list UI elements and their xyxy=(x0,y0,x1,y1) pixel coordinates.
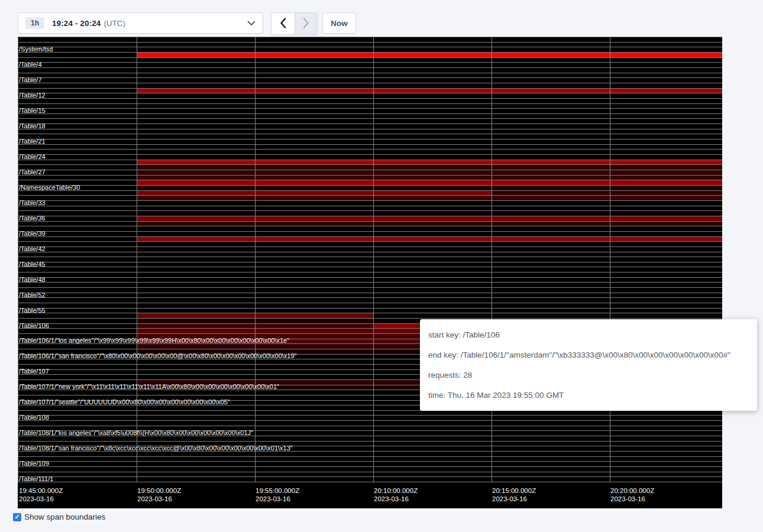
heatmap-hot-span[interactable] xyxy=(137,52,255,57)
heatmap-hot-span[interactable] xyxy=(255,221,373,226)
heatmap-hot-span[interactable] xyxy=(137,195,255,200)
heatmap-hot-span[interactable] xyxy=(255,318,373,323)
heatmap-hot-span[interactable] xyxy=(610,221,722,226)
heatmap-hot-span[interactable] xyxy=(137,180,255,185)
span-boundary-line xyxy=(18,129,722,129)
heatmap-hot-span[interactable] xyxy=(373,180,492,185)
heatmap-hot-span[interactable] xyxy=(610,195,722,200)
heatmap-hot-span[interactable] xyxy=(492,236,610,242)
heatmap-hot-span[interactable] xyxy=(492,180,610,185)
heatmap-hot-span[interactable] xyxy=(255,185,373,190)
span-boundary-line xyxy=(18,164,722,165)
heatmap-hot-span[interactable] xyxy=(137,343,255,349)
heatmap-hot-span[interactable] xyxy=(255,88,373,93)
heatmap-hot-span[interactable] xyxy=(492,221,610,226)
span-boundary-line xyxy=(18,287,722,288)
heatmap-hot-span[interactable] xyxy=(492,216,610,221)
time-range-dropdown[interactable]: 1h 19:24 - 20:24 (UTC) xyxy=(18,12,263,34)
heatmap-hot-span[interactable] xyxy=(255,164,373,170)
heatmap-hot-span[interactable] xyxy=(373,190,492,196)
heatmap-hot-span[interactable] xyxy=(373,175,492,180)
span-boundary-line xyxy=(18,297,722,298)
heatmap-hot-span[interactable] xyxy=(255,195,373,200)
heatmap-hot-span[interactable] xyxy=(610,164,722,170)
tick-date: 2023-03-16 xyxy=(374,495,418,503)
key-span-label: /Table/108/1/"los angeles"/"\xa8\xf5\u00… xyxy=(19,430,253,436)
heatmap-hot-span[interactable] xyxy=(373,160,492,165)
heatmap-hot-span[interactable] xyxy=(255,160,373,165)
span-boundary-line xyxy=(18,62,722,63)
heatmap-hot-span[interactable] xyxy=(373,216,492,221)
heatmap-hot-span[interactable] xyxy=(373,221,492,226)
key-visualizer-heatmap[interactable]: /System/tsd/Table/4/Table/7/Table/12/Tab… xyxy=(18,37,722,508)
next-window-button[interactable] xyxy=(295,13,318,34)
heatmap-hot-span[interactable] xyxy=(610,160,722,165)
heatmap-hot-span[interactable] xyxy=(137,190,255,196)
heatmap-hot-span[interactable] xyxy=(610,180,722,185)
heatmap-hot-span[interactable] xyxy=(610,236,722,242)
heatmap-hot-span[interactable] xyxy=(137,323,255,329)
heatmap-hot-span[interactable] xyxy=(610,190,722,196)
heatmap-hot-span[interactable] xyxy=(610,52,722,57)
heatmap-hot-span[interactable] xyxy=(255,313,373,318)
heatmap-hot-span[interactable] xyxy=(137,185,255,190)
span-boundary-line xyxy=(18,472,722,472)
tooltip-end-key: end key: /Table/106/1/"amsterdam"/"\xb33… xyxy=(428,351,749,359)
heatmap-hot-span[interactable] xyxy=(255,52,373,57)
tick-time: 19:50:00.000Z xyxy=(137,486,181,495)
checkmark-icon: ✓ xyxy=(14,514,20,520)
heatmap-hot-span[interactable] xyxy=(492,190,610,196)
heatmap-hot-span[interactable] xyxy=(137,221,255,226)
heatmap-hot-span[interactable] xyxy=(610,216,722,221)
span-boundary-line xyxy=(18,57,722,58)
span-boundary-line xyxy=(18,210,722,211)
now-button[interactable]: Now xyxy=(322,12,356,34)
heatmap-hot-span[interactable] xyxy=(137,175,255,180)
heatmap-hot-span[interactable] xyxy=(137,236,255,242)
heatmap-hot-span[interactable] xyxy=(373,52,492,57)
heatmap-hot-span[interactable] xyxy=(492,52,610,57)
heatmap-hot-span[interactable] xyxy=(255,216,373,221)
heatmap-hot-span[interactable] xyxy=(255,180,373,185)
heatmap-hot-span[interactable] xyxy=(137,160,255,165)
heatmap-hot-span[interactable] xyxy=(610,175,722,180)
heatmap-hot-span[interactable] xyxy=(373,236,492,242)
heatmap-hot-span[interactable] xyxy=(137,313,255,318)
heatmap-hot-span[interactable] xyxy=(373,195,492,200)
heatmap-hot-span[interactable] xyxy=(137,216,255,221)
span-boundary-line xyxy=(18,185,722,186)
key-span-label: /Table/15 xyxy=(19,108,46,114)
heatmap-hot-span[interactable] xyxy=(137,88,255,93)
heatmap-hot-span[interactable] xyxy=(492,88,610,93)
heatmap-hot-span[interactable] xyxy=(255,175,373,180)
heatmap-hot-span[interactable] xyxy=(373,88,492,93)
heatmap-hot-span[interactable] xyxy=(492,175,610,180)
heatmap-hot-span[interactable] xyxy=(255,328,373,333)
heatmap-hot-span[interactable] xyxy=(255,323,373,329)
key-span-label: /Table/107/1/"seattle"/"UUUUUUD\x00\x80\… xyxy=(19,399,230,406)
heatmap-hot-span[interactable] xyxy=(492,160,610,165)
heatmap-hot-span[interactable] xyxy=(137,164,255,170)
show-span-boundaries-checkbox[interactable]: ✓ xyxy=(13,513,21,521)
heatmap-hot-span[interactable] xyxy=(255,170,373,175)
heatmap-hot-span[interactable] xyxy=(137,318,255,323)
heatmap-hot-span[interactable] xyxy=(492,195,610,200)
heatmap-hot-span[interactable] xyxy=(373,185,492,190)
tick-date: 2023-03-16 xyxy=(19,495,63,503)
heatmap-hot-span[interactable] xyxy=(492,164,610,170)
heatmap-hot-span[interactable] xyxy=(492,170,610,175)
heatmap-hot-span[interactable] xyxy=(255,343,373,349)
heatmap-hot-span[interactable] xyxy=(373,170,492,175)
time-range-badge: 1h xyxy=(25,17,44,29)
heatmap-hot-span[interactable] xyxy=(255,236,373,242)
heatmap-hot-span[interactable] xyxy=(137,170,255,175)
heatmap-hot-span[interactable] xyxy=(610,170,722,175)
heatmap-hot-span[interactable] xyxy=(137,328,255,333)
heatmap-hot-span[interactable] xyxy=(373,164,492,170)
prev-window-button[interactable] xyxy=(271,13,295,34)
heatmap-hot-span[interactable] xyxy=(492,185,610,190)
heatmap-hot-span[interactable] xyxy=(610,185,722,190)
hover-tooltip: start key: /Table/106 end key: /Table/10… xyxy=(420,319,757,411)
heatmap-hot-span[interactable] xyxy=(610,88,722,93)
heatmap-hot-span[interactable] xyxy=(255,190,373,196)
